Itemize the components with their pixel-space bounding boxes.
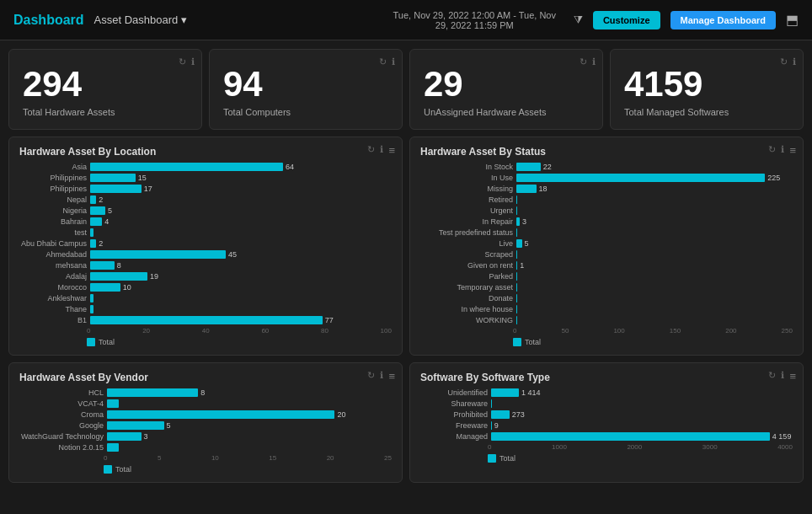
info-icon-3[interactable]: ℹ [793, 56, 796, 67]
bar-fill [491, 421, 492, 430]
bar-label: Croma [19, 410, 104, 419]
bar-fill [516, 250, 517, 259]
manage-dashboard-button[interactable]: Manage Dashboard [670, 11, 776, 29]
bar-chart: In Stock 22 In Use 225 Missing 18 [420, 163, 793, 346]
legend-color [87, 338, 95, 346]
bar-container: 19 [90, 272, 392, 281]
menu-icon-vendor[interactable]: ≡ [388, 370, 395, 383]
menu-icon-status[interactable]: ≡ [789, 144, 796, 157]
info-icon-2[interactable]: ℹ [592, 56, 596, 67]
bar-container: 77 [90, 316, 392, 324]
bar-fill [90, 261, 115, 270]
bar-label: Given on rent [420, 261, 513, 270]
refresh-icon-vendor[interactable]: ↻ [367, 370, 375, 383]
bar-row: Shareware [420, 399, 793, 408]
export-icon[interactable]: ⬒ [786, 12, 799, 28]
refresh-icon-loc[interactable]: ↻ [367, 144, 375, 157]
axis-label: 15 [269, 454, 276, 462]
bar-label: In Use [420, 174, 513, 182]
info-icon-vendor[interactable]: ℹ [380, 370, 383, 383]
bar-row: Ankleshwar [19, 294, 392, 303]
bar-row: Scraped [420, 250, 793, 259]
summary-number-0: 294 [23, 65, 188, 104]
chart-legend: Total [19, 465, 392, 474]
axis-label: 50 [561, 327, 569, 335]
bar-row: Parked [420, 272, 793, 281]
bar-container: 3 [516, 217, 793, 226]
axis-label: 0 [87, 327, 90, 335]
refresh-icon-status[interactable]: ↻ [768, 144, 776, 157]
info-icon-loc[interactable]: ℹ [380, 144, 383, 157]
vendor-chart-card: Hardware Asset By Vendor ↻ ℹ ≡ HCL 8 VCA… [8, 362, 403, 483]
bar-label: Morocco [19, 283, 87, 292]
bar-row: Prohibited 273 [420, 410, 793, 419]
status-chart-icons: ↻ ℹ ≡ [768, 144, 796, 157]
bar-value: 18 [539, 185, 548, 193]
bar-container [107, 443, 392, 452]
bar-row: Google 5 [19, 421, 392, 430]
axis-label: 60 [261, 327, 269, 335]
axis-label: 5 [158, 454, 161, 462]
bar-label: Missing [420, 185, 513, 193]
bar-label: Notion 2.0.15 [19, 443, 104, 452]
bar-row: Temporary asset [420, 283, 793, 292]
bar-container: 10 [90, 283, 392, 292]
bar-fill [107, 421, 164, 430]
bar-row: In where house [420, 305, 793, 313]
filter-icon[interactable]: ⧩ [574, 13, 583, 27]
bar-fill [90, 283, 120, 292]
bar-container [516, 250, 793, 259]
bar-fill [90, 174, 136, 182]
axis-label: 0 [104, 454, 107, 462]
bar-container: 9 [491, 421, 793, 430]
bar-value: 4 159 [772, 432, 792, 441]
bar-fill [107, 410, 334, 419]
bar-row: Croma 20 [19, 410, 392, 419]
info-icon-1[interactable]: ℹ [392, 56, 395, 67]
bar-label: Adalaj [19, 272, 87, 281]
refresh-icon-software[interactable]: ↻ [768, 370, 776, 383]
bar-container [516, 305, 793, 313]
bar-fill [516, 195, 517, 204]
bar-row: Unidentified 1 414 [420, 388, 793, 397]
bar-row: Managed 4 159 [420, 432, 793, 441]
dashboard-title: Dashboard [13, 13, 84, 28]
bar-row: VCAT-4 [19, 399, 392, 408]
subtitle-chevron[interactable]: ▾ [181, 13, 187, 26]
bar-label: Retired [420, 195, 513, 204]
bar-row: In Repair 3 [420, 217, 793, 226]
card-icons-3: ↻ ℹ [780, 56, 796, 67]
menu-icon-loc[interactable]: ≡ [388, 144, 395, 157]
charts-row-1: Hardware Asset By Location ↻ ℹ ≡ Asia 64… [8, 137, 804, 356]
refresh-icon-1[interactable]: ↻ [379, 56, 387, 67]
axis-label: 4000 [777, 443, 793, 451]
customize-button[interactable]: Customize [593, 11, 660, 29]
bar-container [491, 399, 793, 408]
bar-container [516, 316, 793, 324]
bar-fill [90, 206, 105, 215]
bar-row: Nigeria 5 [19, 206, 392, 215]
bar-container: 20 [107, 410, 392, 419]
menu-icon-software[interactable]: ≡ [789, 370, 796, 383]
bar-label: In where house [420, 305, 513, 313]
bar-fill [107, 399, 119, 408]
bar-value: 273 [512, 410, 525, 419]
refresh-icon-2[interactable]: ↻ [580, 56, 587, 67]
info-icon-software[interactable]: ℹ [781, 370, 784, 383]
bar-label: Prohibited [420, 410, 488, 419]
bar-container: 225 [516, 174, 793, 182]
refresh-icon-3[interactable]: ↻ [780, 56, 788, 67]
bar-label: Bahrain [19, 217, 87, 226]
location-chart-card: Hardware Asset By Location ↻ ℹ ≡ Asia 64… [8, 137, 403, 356]
info-icon-status[interactable]: ℹ [781, 144, 784, 157]
bar-fill [90, 217, 102, 226]
summary-label-2: UnAssigned Hardware Assets [424, 107, 589, 117]
axis-labels: 01000200030004000 [420, 443, 793, 451]
bar-container: 18 [516, 185, 793, 193]
info-icon-0[interactable]: ℹ [191, 56, 195, 67]
bar-row: mehsana 8 [19, 261, 392, 270]
bar-container: 2 [90, 195, 392, 204]
refresh-icon-0[interactable]: ↻ [179, 56, 186, 67]
bar-row: WORKING [420, 316, 793, 324]
axis-labels: 050100150200250 [420, 327, 793, 335]
